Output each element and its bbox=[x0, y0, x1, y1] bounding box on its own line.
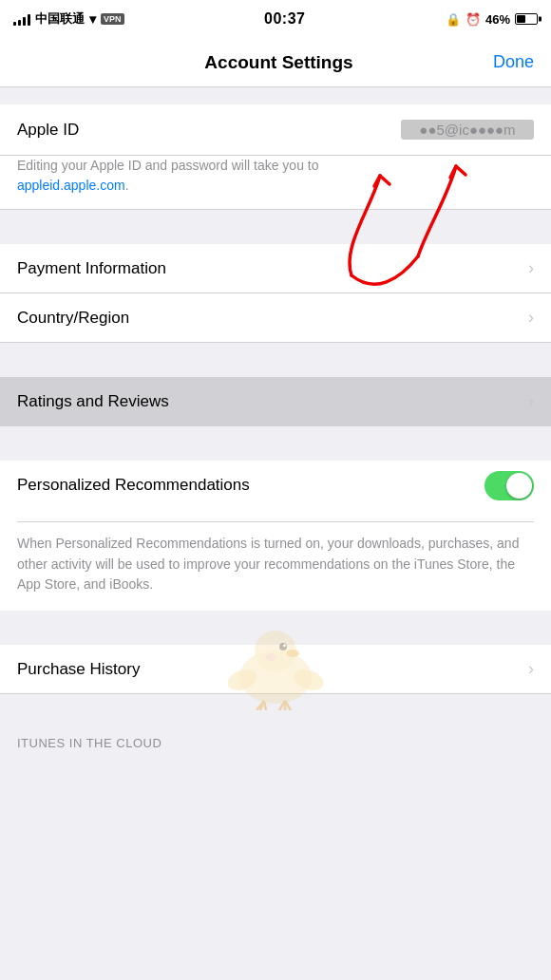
bar3 bbox=[23, 17, 26, 26]
done-button[interactable]: Done bbox=[493, 52, 534, 72]
signal-bars-icon bbox=[13, 12, 30, 26]
payment-chevron: › bbox=[528, 258, 534, 278]
country-region-label: Country/Region bbox=[17, 309, 129, 328]
gap-1 bbox=[0, 210, 551, 244]
chevron-right-icon: › bbox=[528, 391, 534, 411]
apple-id-value: ●●5@ic●●●●m bbox=[401, 120, 534, 140]
personalized-description: When Personalized Recommendations is tur… bbox=[17, 534, 534, 595]
gap-2 bbox=[0, 343, 551, 377]
personalized-description-section: When Personalized Recommendations is tur… bbox=[0, 510, 551, 611]
status-bar: 中国联通 ▾ VPN 00:37 🔒 ⏰ 46% bbox=[0, 0, 551, 38]
personalized-recommendations-label: Personalized Recommendations bbox=[17, 476, 250, 495]
ratings-reviews-row[interactable]: Ratings and Reviews › bbox=[0, 377, 551, 426]
bar1 bbox=[13, 22, 16, 26]
purchase-history-row[interactable]: Purchase History › bbox=[0, 645, 551, 694]
purchase-chevron: › bbox=[528, 659, 534, 679]
chevron-right-icon: › bbox=[528, 258, 534, 278]
divider2 bbox=[17, 521, 534, 522]
wifi-icon: ▾ bbox=[89, 11, 96, 27]
status-left: 中国联通 ▾ VPN bbox=[13, 10, 124, 28]
status-right: 🔒 ⏰ 46% bbox=[446, 12, 538, 27]
country-chevron: › bbox=[528, 308, 534, 328]
itunes-cloud-header: iTunes in the Cloud bbox=[0, 728, 551, 750]
purchase-history-label: Purchase History bbox=[17, 660, 140, 679]
apple-id-info-text: Editing your Apple ID and password will … bbox=[17, 158, 319, 193]
apple-id-info: Editing your Apple ID and password will … bbox=[0, 156, 551, 210]
personalized-recommendations-row[interactable]: Personalized Recommendations bbox=[0, 461, 551, 510]
country-region-row[interactable]: Country/Region › bbox=[0, 293, 551, 343]
battery-icon bbox=[515, 13, 538, 25]
payment-information-label: Payment Information bbox=[17, 259, 166, 278]
vpn-badge: VPN bbox=[101, 13, 124, 25]
bar4 bbox=[28, 14, 30, 26]
gap-5 bbox=[0, 694, 551, 728]
apple-id-section: Apple ID ●●5@ic●●●●m Editing your Apple … bbox=[0, 104, 551, 210]
status-time: 00:37 bbox=[264, 10, 305, 28]
gap-4 bbox=[0, 611, 551, 645]
gap-top bbox=[0, 87, 551, 104]
toggle-container bbox=[484, 471, 534, 500]
battery-percent: 46% bbox=[485, 12, 510, 27]
chevron-right-icon: › bbox=[528, 308, 534, 328]
alarm-icon: ⏰ bbox=[466, 12, 481, 27]
ratings-reviews-label: Ratings and Reviews bbox=[17, 392, 169, 411]
toggle-knob bbox=[506, 473, 532, 499]
appleid-link[interactable]: appleid.apple.com bbox=[17, 178, 125, 193]
lock-icon: 🔒 bbox=[446, 12, 461, 27]
carrier-name: 中国联通 bbox=[35, 10, 85, 28]
battery-fill bbox=[517, 15, 525, 23]
apple-id-label: Apple ID bbox=[17, 121, 79, 140]
bar2 bbox=[18, 20, 21, 26]
gap-3 bbox=[0, 426, 551, 461]
apple-id-row[interactable]: Apple ID ●●5@ic●●●●m bbox=[0, 104, 551, 155]
personalized-toggle[interactable] bbox=[484, 471, 534, 500]
payment-information-row[interactable]: Payment Information › bbox=[0, 244, 551, 293]
nav-bar: Account Settings Done bbox=[0, 38, 551, 87]
chevron-right-icon: › bbox=[528, 659, 534, 679]
ratings-chevron: › bbox=[528, 391, 534, 411]
page-title: Account Settings bbox=[204, 52, 352, 73]
